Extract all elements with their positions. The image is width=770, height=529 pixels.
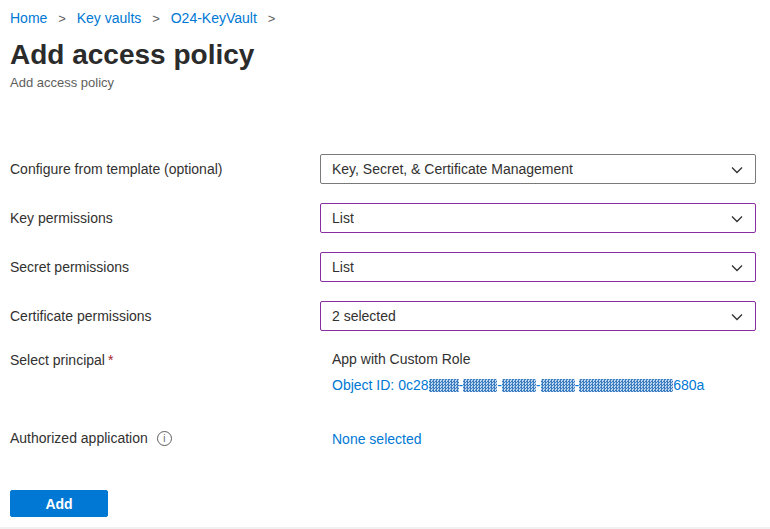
certificate-permissions-label: Certificate permissions (10, 308, 320, 324)
secret-permissions-label: Secret permissions (10, 259, 320, 275)
key-permissions-dropdown[interactable]: List (320, 203, 756, 233)
redacted-id-segment (579, 379, 673, 392)
select-principal-label: Select principal* (10, 350, 332, 395)
breadcrumb-separator: > (268, 11, 276, 26)
select-principal-label-text: Select principal (10, 352, 105, 368)
redacted-id-segment (429, 379, 459, 392)
template-dropdown[interactable]: Key, Secret, & Certificate Management (320, 154, 756, 184)
access-policy-form: Configure from template (optional) Key, … (10, 154, 770, 448)
breadcrumb-o24-keyvault[interactable]: O24-KeyVault (171, 10, 257, 26)
select-principal-row: Select principal* App with Custom Role O… (10, 350, 770, 395)
object-id-suffix: 680a (673, 377, 704, 393)
chevron-down-icon (730, 261, 744, 275)
breadcrumb: Home > Key vaults > O24-KeyVault > (10, 8, 770, 29)
secret-permissions-value: List (332, 259, 354, 275)
breadcrumb-separator: > (152, 11, 160, 26)
form-row-key-permissions: Key permissions List (10, 203, 770, 233)
authorized-application-label: Authorized application (10, 430, 148, 446)
chevron-down-icon (730, 310, 744, 324)
secret-permissions-dropdown[interactable]: List (320, 252, 756, 282)
form-row-secret-permissions: Secret permissions List (10, 252, 770, 282)
certificate-permissions-value: 2 selected (332, 308, 396, 324)
template-dropdown-value: Key, Secret, & Certificate Management (332, 161, 573, 177)
breadcrumb-home[interactable]: Home (10, 10, 47, 26)
page-subtitle: Add access policy (10, 75, 770, 91)
redacted-id-segment (502, 379, 536, 392)
selected-principal: App with Custom Role Object ID: 0c28----… (332, 350, 704, 395)
chevron-down-icon (730, 163, 744, 177)
redacted-id-segment (463, 379, 497, 392)
key-permissions-value: List (332, 210, 354, 226)
redacted-id-segment (541, 379, 575, 392)
template-label: Configure from template (optional) (10, 161, 320, 177)
principal-object-id-link[interactable]: Object ID: 0c28----680a (332, 376, 704, 395)
chevron-down-icon (730, 212, 744, 226)
certificate-permissions-dropdown[interactable]: 2 selected (320, 301, 756, 331)
object-id-label: Object ID: (332, 377, 398, 393)
info-icon[interactable] (157, 431, 172, 446)
object-id-prefix: 0c28 (398, 377, 428, 393)
add-button[interactable]: Add (10, 490, 108, 517)
authorized-application-none-selected-link[interactable]: None selected (332, 430, 422, 448)
required-asterisk: * (108, 352, 113, 368)
principal-name: App with Custom Role (332, 350, 704, 369)
object-id-dash: - (536, 377, 541, 393)
key-permissions-label: Key permissions (10, 210, 320, 226)
form-row-template: Configure from template (optional) Key, … (10, 154, 770, 184)
authorized-application-row: Authorized application None selected (10, 430, 770, 448)
page-title: Add access policy (10, 38, 770, 72)
add-access-policy-page: Home > Key vaults > O24-KeyVault > Add a… (0, 0, 770, 529)
breadcrumb-key-vaults[interactable]: Key vaults (77, 10, 142, 26)
breadcrumb-separator: > (58, 11, 66, 26)
authorized-application-label-wrap: Authorized application (10, 430, 332, 446)
form-row-certificate-permissions: Certificate permissions 2 selected (10, 301, 770, 331)
